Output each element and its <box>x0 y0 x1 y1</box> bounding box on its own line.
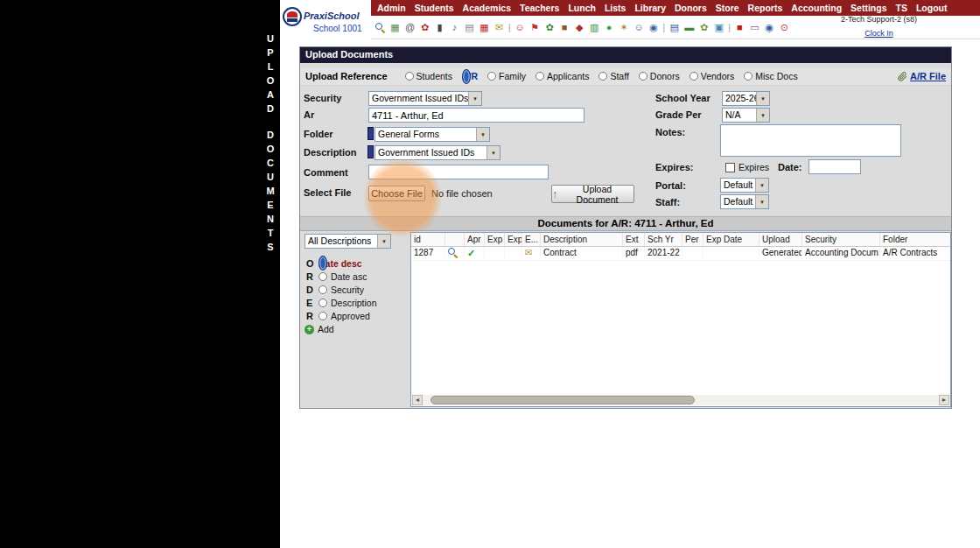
order-option-date-desc[interactable]: Date desc <box>318 256 377 270</box>
students-icon[interactable]: ☺ <box>514 22 527 32</box>
upload-document-button[interactable]: ↑ Upload Document <box>551 185 634 203</box>
comment-input[interactable] <box>368 165 549 179</box>
radio-description[interactable] <box>318 299 327 307</box>
email-at-icon[interactable]: @ <box>403 22 416 32</box>
radio-date-desc[interactable] <box>318 256 327 270</box>
menu-item-settings[interactable]: Settings <box>846 3 891 13</box>
descriptions-filter-select[interactable]: All Descriptions ▼ <box>304 234 391 249</box>
payment-card-icon[interactable]: ▬ <box>682 22 696 32</box>
pdf-icon[interactable]: ■ <box>733 22 746 32</box>
scroll-right-button[interactable]: ► <box>939 395 949 405</box>
horizontal-scrollbar[interactable]: ◄ ► <box>412 395 949 405</box>
view-document-icon[interactable] <box>448 248 458 257</box>
search-icon[interactable] <box>374 23 387 32</box>
speaker-icon[interactable]: ♪ <box>448 22 461 32</box>
radio-approved[interactable] <box>318 312 327 320</box>
radio-a-r[interactable] <box>462 69 471 84</box>
menu-item-teachers[interactable]: Teachers <box>515 3 564 13</box>
email-document-icon[interactable]: ✉ <box>525 248 532 257</box>
apple-icon[interactable]: ● <box>603 22 616 32</box>
expires-checkbox[interactable] <box>725 163 735 172</box>
radio-students[interactable] <box>405 72 414 81</box>
column-header-email[interactable]: E... <box>522 233 541 246</box>
reference-option-donors[interactable]: Donors <box>639 71 680 81</box>
column-header-schyr[interactable]: Sch Yr <box>645 233 682 246</box>
gift-icon[interactable]: ✿ <box>418 22 431 33</box>
printer-icon[interactable]: ▭ <box>748 22 761 33</box>
column-header-upload[interactable]: Upload <box>760 233 802 246</box>
globe-icon[interactable]: ◉ <box>648 22 661 33</box>
menu-item-library[interactable]: Library <box>630 3 670 13</box>
scrollbar-thumb[interactable] <box>430 396 695 404</box>
reference-option-misc-docs[interactable]: Misc Docs <box>744 71 797 81</box>
radio-staff[interactable] <box>598 72 607 81</box>
alert-icon[interactable]: ⚑ <box>528 22 542 33</box>
chevron-down-icon[interactable]: ▼ <box>755 195 768 208</box>
calendar-icon[interactable]: ▦ <box>478 22 491 33</box>
document-row[interactable]: 1287✓✉Contractpdf2021-22GeneratedAccount… <box>411 247 950 261</box>
column-header-id[interactable]: id <box>411 233 445 246</box>
chevron-down-icon[interactable]: ▼ <box>486 146 500 159</box>
menu-item-store[interactable]: Store <box>711 3 744 13</box>
autumn-leaf-icon[interactable]: ✶ <box>618 22 631 33</box>
menu-item-lists[interactable]: Lists <box>600 3 631 13</box>
menu-item-academics[interactable]: Academics <box>458 3 515 13</box>
add-description-button[interactable]: + Add <box>304 324 334 334</box>
order-option-date-asc[interactable]: Date asc <box>318 270 377 283</box>
book-icon[interactable]: ▥ <box>588 22 601 33</box>
ar-file-link[interactable]: A/R File <box>898 71 946 81</box>
menu-item-reports[interactable]: Reports <box>744 3 788 13</box>
menu-item-ts[interactable]: TS <box>891 3 911 13</box>
menu-item-students[interactable]: Students <box>410 3 458 13</box>
radio-family[interactable] <box>487 72 496 81</box>
chevron-down-icon[interactable]: ▼ <box>756 92 769 105</box>
radio-security[interactable] <box>318 285 327 294</box>
scrollbar-track[interactable] <box>423 395 939 405</box>
report-icon[interactable]: ▤ <box>463 22 476 33</box>
families-icon[interactable]: ☺ <box>633 22 646 32</box>
calendar-grid-icon[interactable]: ▦ <box>388 22 402 33</box>
reference-option-a-r[interactable]: A/R <box>462 71 478 81</box>
column-header-apr[interactable]: Apr <box>465 233 485 246</box>
column-header-description[interactable]: Description <box>541 233 623 246</box>
notes-textarea[interactable] <box>720 124 901 157</box>
menu-item-logout[interactable]: Logout <box>912 3 952 13</box>
grade-per-select[interactable]: N/A ▼ <box>722 108 770 123</box>
web-icon[interactable]: ◉ <box>763 22 776 33</box>
folder-select[interactable]: General Forms ▼ <box>374 127 490 142</box>
mobile-phone-icon[interactable]: ▮ <box>433 22 446 33</box>
order-option-security[interactable]: Security <box>318 283 377 296</box>
reference-option-vendors[interactable]: Vendors <box>690 71 735 81</box>
satchel-icon[interactable]: ◆ <box>573 22 586 33</box>
clock-in-link[interactable]: Clock In <box>864 29 893 38</box>
order-option-approved[interactable]: Approved <box>318 309 377 322</box>
column-header-expdate[interactable]: Exp Date <box>704 233 760 246</box>
radio-applicants[interactable] <box>536 72 544 81</box>
order-option-description[interactable]: Description <box>318 296 377 309</box>
photo-icon[interactable]: ▣ <box>712 22 725 33</box>
menu-item-donors[interactable]: Donors <box>670 3 711 13</box>
reference-option-applicants[interactable]: Applicants <box>536 71 589 81</box>
expire-date-input[interactable] <box>808 159 861 174</box>
column-header-exp2[interactable]: Exp <box>505 233 522 246</box>
menu-item-accounting[interactable]: Accounting <box>787 3 846 13</box>
menu-item-admin[interactable]: Admin <box>373 3 410 13</box>
clock-icon[interactable]: ⊙ <box>778 22 791 33</box>
column-header-per[interactable]: Per <box>682 233 704 246</box>
column-header-ext[interactable]: Ext <box>623 233 645 246</box>
scroll-left-button[interactable]: ◄ <box>412 395 423 405</box>
chevron-down-icon[interactable]: ▼ <box>468 92 481 105</box>
column-header-security[interactable]: Security <box>802 233 880 246</box>
description-select[interactable]: Government Issued IDs ▼ <box>374 145 500 160</box>
column-header-folder[interactable]: Folder <box>880 233 951 246</box>
menu-item-lunch[interactable]: Lunch <box>564 3 600 13</box>
radio-vendors[interactable] <box>690 72 698 81</box>
choose-file-button[interactable]: Choose File <box>368 186 425 201</box>
ar-input[interactable] <box>368 108 584 123</box>
clipboard-icon[interactable]: ▤ <box>668 22 681 33</box>
column-header-view[interactable] <box>445 233 465 246</box>
briefcase-icon[interactable]: ■ <box>558 22 571 32</box>
staff-select[interactable]: Default ▼ <box>720 194 769 209</box>
plant-icon[interactable]: ✿ <box>697 22 710 33</box>
column-header-exp1[interactable]: Exp <box>485 233 505 246</box>
